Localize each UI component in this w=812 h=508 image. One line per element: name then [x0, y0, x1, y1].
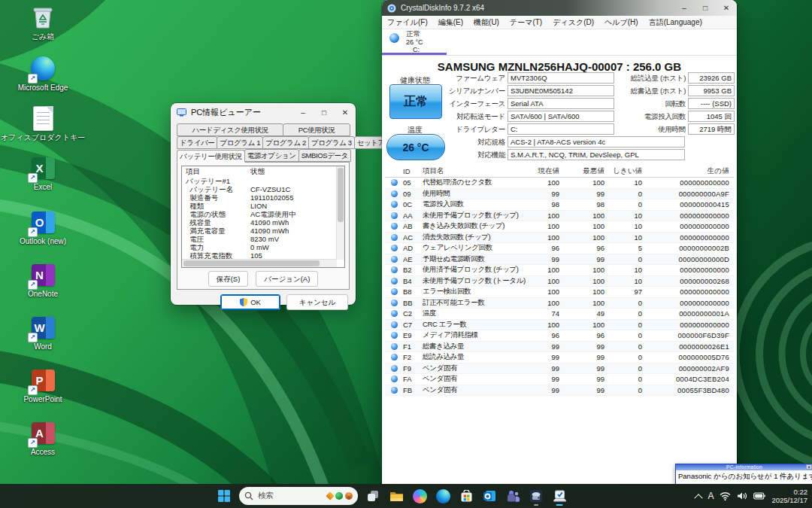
smart-row[interactable]: F1 総書き込み量 99 99 0 0000000026E1 — [385, 342, 734, 353]
close-button[interactable]: ✕ — [335, 103, 356, 122]
minimize-button[interactable]: – — [674, 0, 695, 16]
edge-button[interactable] — [432, 485, 453, 506]
close-icon[interactable]: ✕ — [806, 464, 812, 470]
smart-row[interactable]: B2 使用済予備ブロック数 (チップ) 100 100 10 000000000… — [385, 265, 734, 276]
desktop-icon-word[interactable]: W ↗ Word — [11, 315, 75, 351]
pc-information-popup[interactable]: PC-Information ✕ Panasonic からのお知らせが 1 件あ… — [675, 464, 812, 485]
desktop-icon-edge[interactable]: ↗ Microsoft Edge — [11, 56, 75, 92]
menu-item[interactable]: ディスク(D) — [547, 17, 599, 29]
drive-status: 正常 — [406, 30, 423, 38]
field-label: ファームウェア — [427, 72, 505, 85]
menu-item[interactable]: テーマ(T) — [504, 17, 547, 29]
teams-button[interactable] — [502, 485, 523, 506]
copilot-button[interactable] — [409, 485, 430, 506]
tab-program1[interactable]: プログラム 1 — [217, 136, 263, 149]
tab-control: ハードディスク使用状況 PC使用状況 ドライバー プログラム 1 プログラム 2… — [171, 122, 356, 162]
save-button[interactable]: 保存(S) — [208, 271, 249, 287]
vertical-scrollbar[interactable] — [336, 166, 344, 260]
tab-program3[interactable]: プログラム 3 — [308, 136, 355, 149]
menu-item[interactable]: 言語(Language) — [644, 17, 707, 29]
tab-program2[interactable]: プログラム 2 — [262, 136, 309, 149]
tab-power-options[interactable]: 電源オプション — [244, 149, 299, 162]
hidden-icons-chevron-icon[interactable] — [695, 494, 703, 502]
task-view-button[interactable] — [362, 485, 383, 506]
col-name: 項目名 — [423, 166, 529, 176]
shortcut-arrow-icon: ↗ — [28, 333, 38, 342]
smart-id: AE — [403, 255, 423, 263]
search-highlight-icons[interactable] — [327, 492, 353, 500]
smart-row[interactable]: FB ベンダ固有 99 99 0 00055F3BD480 — [385, 385, 734, 397]
smart-row[interactable]: AE 予期せぬ電源断回数 99 99 0 00000000000D — [385, 254, 734, 266]
menu-item[interactable]: 機能(U) — [468, 17, 504, 29]
smart-row[interactable]: F9 ベンダ固有 99 99 0 000000002AF9 — [385, 364, 734, 375]
desktop-icon-office-product-key[interactable]: オフィスプロダクトキー — [11, 105, 75, 141]
battery-status-list[interactable]: 項目 状態 バッテリー#1 バッテリー名 CF-VZSU1C — [181, 166, 345, 268]
wifi-icon[interactable] — [720, 491, 731, 500]
list-item[interactable]: 電源の状態 AC電源使用中 — [182, 210, 344, 218]
menu-item[interactable]: ヘルプ(H) — [599, 17, 644, 29]
smart-row[interactable]: C7 CRC エラー数 100 100 0 000000000000 — [385, 320, 734, 331]
version-button[interactable]: バージョン(A) — [256, 271, 318, 287]
smart-row[interactable]: AD ウェアレベリング回数 96 96 5 00000000002B — [385, 243, 734, 254]
close-button[interactable]: ✕ — [716, 0, 737, 16]
speaker-icon[interactable] — [737, 491, 747, 500]
smart-row[interactable]: C2 温度 74 49 0 00000000001A — [385, 309, 734, 320]
smart-worst: 96 — [567, 331, 612, 339]
smart-row[interactable]: B8 エラー検出回数 100 100 97 000000000000 — [385, 287, 734, 298]
pc-info-viewer-taskbar-button[interactable] — [549, 485, 570, 506]
list-item[interactable]: バッテリー#1 — [182, 177, 344, 185]
menu-item[interactable]: 編集(E) — [433, 17, 468, 29]
file-explorer-button[interactable] — [386, 485, 407, 506]
desktop-icon-powerpoint[interactable]: P ↗ PowerPoint — [11, 367, 75, 403]
desktop-icon-access[interactable]: A ↗ Access — [11, 420, 75, 456]
taskbar-clock[interactable]: 0:22 2025/12/17 — [771, 488, 807, 504]
ime-indicator[interactable]: A — [707, 491, 714, 501]
tab-hdd-usage[interactable]: ハードディスク使用状況 — [177, 123, 283, 136]
smart-row[interactable]: 05 代替処理済のセクタ数 100 100 10 000000000000 — [385, 178, 734, 189]
crystaldiskinfo-taskbar-button[interactable] — [526, 485, 547, 506]
list-item[interactable]: 製造番号 19110102055 — [182, 193, 344, 202]
tab-smbios-data[interactable]: SMBIOSデータ — [298, 149, 351, 162]
ok-button[interactable]: OK — [220, 294, 280, 310]
desktop-icon-label: PowerPoint — [23, 395, 62, 403]
list-item[interactable]: 満充電容量 41090 mWh — [182, 227, 344, 235]
drive-selector-strip[interactable]: 正常 26 °C C: — [382, 29, 737, 56]
desktop-icon-onenote[interactable]: N ↗ OneNote — [11, 262, 75, 298]
search-box[interactable]: 検索 — [239, 487, 358, 505]
microsoft-store-button[interactable] — [456, 485, 477, 506]
cancel-button[interactable]: キャンセル — [286, 294, 348, 310]
list-item[interactable]: 電圧 8230 mV — [182, 235, 344, 243]
smart-row[interactable]: B4 未使用予備ブロック数 (トータル) 100 100 10 00000000… — [385, 276, 734, 287]
start-button[interactable] — [214, 485, 235, 506]
smart-row[interactable]: F2 総読み込み量 99 99 0 000000005D76 — [385, 352, 734, 364]
list-item[interactable]: 電力 0 mW — [182, 243, 344, 251]
desktop-icon-excel[interactable]: X ↗ Excel — [11, 155, 75, 191]
smart-row[interactable]: FA ベンダ固有 99 99 0 0004DC3EB204 — [385, 374, 734, 385]
smart-row[interactable]: AB 書き込み失敗回数 (チップ) 100 100 10 00000000000… — [385, 221, 734, 233]
tab-pc-usage[interactable]: PC使用状況 — [283, 123, 350, 136]
tab-battery-usage[interactable]: バッテリー使用状況 — [177, 150, 245, 163]
smart-row[interactable]: 09 使用時間 99 99 0 000000000A9F — [385, 189, 734, 200]
smart-name: 電源投入回数 — [423, 199, 529, 209]
smart-row[interactable]: 0C 電源投入回数 98 98 0 000000000415 — [385, 199, 734, 211]
desktop-icon-recycle-bin[interactable]: ごみ箱 — [11, 5, 75, 41]
smart-row[interactable]: AA 未使用予備ブロック数 (チップ) 100 100 10 000000000… — [385, 211, 734, 222]
maximize-button[interactable]: □ — [314, 103, 335, 122]
horizontal-scrollbar[interactable] — [182, 259, 337, 267]
battery-icon[interactable] — [753, 492, 765, 500]
uac-shield-icon — [240, 298, 247, 306]
tab-driver[interactable]: ドライバー — [177, 136, 217, 149]
minimize-button[interactable]: – — [292, 103, 314, 122]
list-item[interactable]: バッテリー名 CF-VZSU1C — [182, 185, 344, 193]
maximize-button[interactable]: □ — [695, 0, 716, 16]
desktop-icon-outlook-new[interactable]: O ↗ Outlook (new) — [11, 209, 75, 245]
smart-row[interactable]: BB 訂正不可能エラー数 100 100 0 000000000000 — [385, 298, 734, 309]
drive-tab[interactable]: 正常 26 °C C: — [406, 30, 423, 54]
menu-item[interactable]: ファイル(F) — [382, 17, 433, 29]
outlook-classic-button[interactable] — [479, 485, 500, 506]
smart-row[interactable]: AC 消去失敗回数 (チップ) 100 100 10 000000000000 — [385, 233, 734, 244]
list-item[interactable]: 残容量 41090 mWh — [182, 218, 344, 227]
smart-row[interactable]: E9 メディア消耗指標 96 96 0 000000F6D39F — [385, 330, 734, 342]
list-item[interactable]: 種類 LION — [182, 202, 344, 210]
popup-message[interactable]: Panasonic からのお知らせが 1 件あります — [676, 470, 812, 482]
